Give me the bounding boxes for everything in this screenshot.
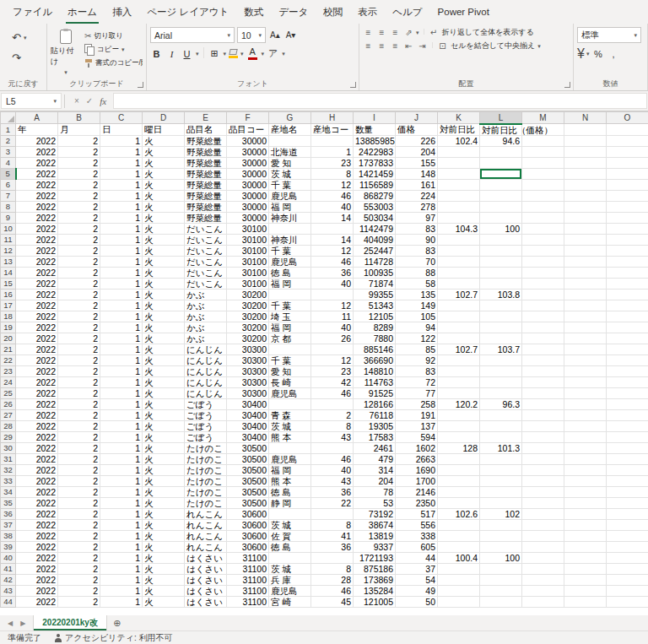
cell-F39[interactable]: 30600 (227, 541, 269, 552)
cell-M43[interactable] (522, 585, 564, 596)
cell-C36[interactable]: 1 (100, 508, 143, 519)
cell-L25[interactable] (480, 387, 522, 398)
cell-N29[interactable] (564, 431, 607, 442)
ribbon-tab-ファイル[interactable]: ファイル (5, 0, 60, 24)
underline-button[interactable]: U (181, 46, 193, 62)
cell-D37[interactable]: 火 (143, 519, 185, 530)
cell-F15[interactable]: 30100 (227, 278, 269, 289)
cell-E26[interactable]: ごぼう (185, 398, 227, 409)
cell-E40[interactable]: はくさい (185, 552, 227, 563)
cell-A14[interactable]: 2022 (16, 267, 58, 278)
cell-M20[interactable] (522, 333, 564, 344)
cell-K31[interactable] (438, 453, 480, 464)
cell-J6[interactable]: 161 (396, 179, 438, 190)
cell-A34[interactable]: 2022 (16, 486, 58, 497)
cell-C11[interactable]: 1 (100, 234, 143, 245)
cell-B16[interactable]: 2 (58, 289, 100, 300)
cell-O11[interactable] (607, 234, 648, 245)
cell-L43[interactable] (480, 585, 522, 596)
cell-B24[interactable]: 2 (58, 376, 100, 387)
cell-E11[interactable]: だいこん (185, 234, 227, 245)
cell-E5[interactable]: 野菜総量 (185, 168, 227, 179)
cell-L17[interactable] (480, 300, 522, 311)
cell-K25[interactable] (438, 387, 480, 398)
cell-G18[interactable]: 埼 玉 (269, 311, 311, 322)
cell-L11[interactable] (480, 234, 522, 245)
cell-B44[interactable]: 2 (58, 596, 100, 607)
cell-I37[interactable]: 38674 (354, 519, 396, 530)
cell-H41[interactable]: 8 (311, 563, 354, 574)
cell-L1[interactable]: 対前日比（価格） (480, 124, 522, 136)
cell-G35[interactable]: 静 岡 (269, 497, 311, 508)
cell-D43[interactable]: 火 (143, 585, 185, 596)
cell-K30[interactable]: 128 (438, 442, 480, 453)
column-header-J[interactable]: J (396, 112, 438, 124)
cell-H23[interactable]: 23 (311, 365, 354, 376)
cell-L29[interactable] (480, 431, 522, 442)
cell-E42[interactable]: はくさい (185, 574, 227, 585)
cell-I20[interactable]: 7880 (354, 333, 396, 344)
cell-C30[interactable]: 1 (100, 442, 143, 453)
cell-M27[interactable] (522, 409, 564, 420)
cell-B42[interactable]: 2 (58, 574, 100, 585)
row-header-1[interactable]: 1 (1, 124, 16, 136)
cell-D18[interactable]: 火 (143, 311, 185, 322)
cell-L10[interactable]: 100 (480, 223, 522, 234)
cell-C33[interactable]: 1 (100, 475, 143, 486)
cell-D11[interactable]: 火 (143, 234, 185, 245)
cell-A36[interactable]: 2022 (16, 508, 58, 519)
cell-L4[interactable] (480, 157, 522, 168)
cell-D20[interactable]: 火 (143, 333, 185, 344)
cell-J1[interactable]: 価格 (396, 124, 438, 136)
cell-O12[interactable] (607, 245, 648, 256)
cell-K29[interactable] (438, 431, 480, 442)
cell-N43[interactable] (564, 585, 607, 596)
cell-K2[interactable]: 102.4 (438, 135, 480, 146)
cell-A3[interactable]: 2022 (16, 146, 58, 157)
cell-A17[interactable]: 2022 (16, 300, 58, 311)
cell-N11[interactable] (564, 234, 607, 245)
cell-K33[interactable] (438, 475, 480, 486)
borders-button[interactable]: ⊞ (208, 46, 221, 62)
cell-F27[interactable]: 30400 (227, 409, 269, 420)
cell-D34[interactable]: 火 (143, 486, 185, 497)
cell-B9[interactable]: 2 (58, 212, 100, 223)
cell-D12[interactable]: 火 (143, 245, 185, 256)
cell-A25[interactable]: 2022 (16, 387, 58, 398)
cell-C10[interactable]: 1 (100, 223, 143, 234)
cell-O33[interactable] (607, 475, 648, 486)
prev-sheet-icon[interactable]: ◀ (8, 620, 13, 627)
cell-N44[interactable] (564, 596, 607, 607)
cell-N36[interactable] (564, 508, 607, 519)
row-header-39[interactable]: 39 (1, 541, 16, 552)
cell-N19[interactable] (564, 322, 607, 333)
cell-N16[interactable] (564, 289, 607, 300)
cell-E44[interactable]: はくさい (185, 596, 227, 607)
copy-button[interactable]: コピー ▾ (84, 43, 143, 56)
cell-H2[interactable] (311, 135, 354, 146)
cell-A31[interactable]: 2022 (16, 453, 58, 464)
row-header-9[interactable]: 9 (1, 212, 16, 223)
cell-O39[interactable] (607, 541, 648, 552)
cell-O21[interactable] (607, 344, 648, 354)
cell-G7[interactable]: 鹿児島 (269, 190, 311, 201)
cell-J3[interactable]: 204 (396, 146, 438, 157)
cell-D42[interactable]: 火 (143, 574, 185, 585)
format-painter-button[interactable]: 書式のコピー/貼り付け (84, 57, 143, 69)
cell-N38[interactable] (564, 530, 607, 541)
cell-I10[interactable]: 1142479 (354, 223, 396, 234)
bold-button[interactable]: B (150, 46, 163, 62)
cell-O14[interactable] (607, 267, 648, 278)
cell-N4[interactable] (564, 157, 607, 168)
cell-A1[interactable]: 年 (16, 124, 58, 136)
cell-G26[interactable] (269, 398, 311, 409)
add-sheet-button[interactable]: ⊕ (107, 615, 127, 630)
ribbon-tab-数式[interactable]: 数式 (236, 0, 271, 24)
row-header-27[interactable]: 27 (1, 409, 16, 420)
cell-D26[interactable]: 火 (143, 398, 185, 409)
column-header-K[interactable]: K (438, 112, 480, 124)
cell-M16[interactable] (522, 289, 564, 300)
cell-J35[interactable]: 2350 (396, 497, 438, 508)
cell-B1[interactable]: 月 (58, 124, 100, 136)
cell-C7[interactable]: 1 (100, 190, 143, 201)
